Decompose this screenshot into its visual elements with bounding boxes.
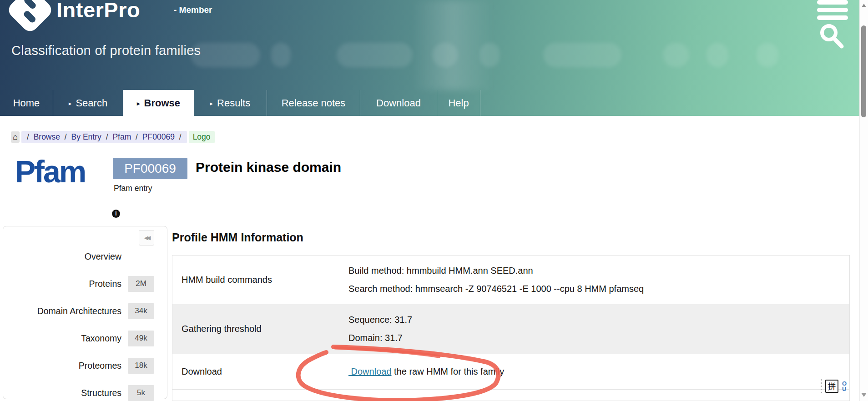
- sidebar-item-label: Proteins: [89, 279, 121, 289]
- scrollbar-down-arrow-icon[interactable]: [861, 393, 867, 397]
- sidebar-collapse-button[interactable]: ◀◀: [139, 230, 154, 246]
- hmm-info-table: HMM build commands Build method: hmmbuil…: [172, 255, 850, 401]
- nav-tab-help[interactable]: Help: [437, 90, 480, 116]
- sidebar-item-label: Proteomes: [79, 361, 121, 371]
- nav-tab-label: Browse: [144, 97, 180, 109]
- value-line: Build method: hmmbuild HMM.ann SEED.ann: [348, 266, 849, 276]
- nav-tab-release-notes[interactable]: Release notes: [267, 90, 360, 116]
- breadcrumb-group: / Browse / By Entry / Pfam / PF00069 /: [21, 131, 187, 143]
- header-decoration-pill: [191, 43, 260, 67]
- count-badge: 49k: [128, 331, 154, 346]
- sidebar-item-domain-architectures[interactable]: Domain Architectures 34k: [10, 303, 154, 319]
- ime-status-widget[interactable]: 拼 O U: [821, 379, 847, 393]
- breadcrumb-separator: /: [104, 132, 111, 141]
- sidebar-item-proteins[interactable]: Proteins 2M: [10, 276, 154, 292]
- sidebar-item-structures[interactable]: Structures 5k: [10, 385, 154, 401]
- breadcrumb-separator: /: [62, 132, 69, 141]
- breadcrumb-current-logo[interactable]: Logo: [189, 131, 215, 143]
- scrollbar-up-arrow-icon[interactable]: [862, 4, 866, 7]
- row-value: Download the raw HMM for this family: [348, 354, 849, 389]
- count-badge: 18k: [128, 358, 154, 374]
- download-hmm-link[interactable]: Download: [348, 366, 392, 376]
- sidebar-item-label: Structures: [81, 388, 121, 398]
- header-decoration-pill: [757, 43, 778, 67]
- info-icon[interactable]: i: [112, 210, 120, 218]
- sidebar-item-proteomes[interactable]: Proteomes 18k: [10, 357, 154, 374]
- sidebar-list: Overview Proteins 2M Domain Architecture…: [10, 248, 154, 401]
- site-title-suffix: - Member: [174, 5, 212, 15]
- table-row-build-commands: HMM build commands Build method: hmmbuil…: [172, 256, 849, 304]
- sidebar: ◀◀ Overview Proteins 2M Domain Architect…: [3, 226, 167, 399]
- nav-tab-label: Search: [76, 97, 107, 109]
- site-tagline: Classification of protein families: [11, 43, 201, 58]
- header-decoration-pill: [432, 43, 458, 67]
- table-row-download: Download Download the raw HMM for this f…: [172, 354, 849, 390]
- nav-tab-results[interactable]: ▸Results: [194, 90, 267, 116]
- download-link-suffix: the raw HMM for this family: [392, 366, 505, 376]
- sidebar-item-label: Taxonomy: [81, 333, 121, 344]
- pfam-logo: Pfam: [15, 154, 85, 189]
- logo-link-bar: [23, 0, 37, 10]
- section-title: Profile HMM Information: [172, 231, 303, 244]
- breadcrumb-separator: /: [25, 132, 31, 141]
- home-icon[interactable]: ⌂: [11, 131, 20, 143]
- header-decoration-pill: [663, 43, 689, 67]
- count-badge: 2M: [128, 276, 154, 292]
- row-value: Sequence: 31.7 Domain: 31.7: [348, 304, 849, 354]
- value-line: Search method: hmmsearch -Z 90746521 -E …: [348, 284, 849, 294]
- ime-pinyin-indicator[interactable]: 拼: [825, 380, 838, 393]
- sidebar-item-label: Domain Architectures: [37, 306, 121, 316]
- breadcrumb-link-accession[interactable]: PF00069: [142, 132, 175, 141]
- count-badge: 34k: [128, 303, 154, 319]
- collapse-icon: ◀◀: [144, 235, 149, 241]
- accession-badge: PF00069: [113, 158, 187, 179]
- header-decoration-pill: [707, 43, 728, 67]
- row-label: Gathering threshold: [172, 304, 348, 354]
- site-title[interactable]: InterPro: [56, 0, 140, 22]
- ime-mode-icons[interactable]: O U: [842, 381, 847, 392]
- interpro-page: InterPro - Member Classification of prot…: [0, 0, 868, 401]
- dropdown-arrow-icon: ▸: [210, 100, 213, 106]
- breadcrumb-separator: /: [133, 132, 140, 141]
- row-value: Build method: hmmbuild HMM.ann SEED.ann …: [348, 256, 849, 304]
- count-badge: 5k: [128, 385, 154, 401]
- header-decoration-pill: [271, 43, 291, 67]
- nav-tab-label: Download: [376, 97, 421, 109]
- sidebar-item-taxonomy[interactable]: Taxonomy 49k: [10, 330, 154, 346]
- nav-tab-browse[interactable]: ▸Browse: [123, 90, 194, 116]
- ime-drag-handle[interactable]: [821, 379, 822, 393]
- value-line: Sequence: 31.7: [348, 315, 849, 325]
- nav-tab-label: Help: [448, 97, 469, 109]
- dropdown-arrow-icon: ▸: [69, 100, 72, 106]
- logo-link-bar: [23, 10, 37, 24]
- page-title: Protein kinase domain: [196, 160, 341, 175]
- nav-tab-search[interactable]: ▸Search: [53, 90, 123, 116]
- ime-mode-icon: U: [842, 386, 847, 392]
- nav-tab-home[interactable]: Home: [0, 90, 53, 116]
- entry-type-label: Pfam entry: [114, 184, 152, 193]
- row-label: HMM build commands: [172, 256, 348, 304]
- breadcrumb-link-by-entry[interactable]: By Entry: [71, 132, 101, 141]
- nav-tab-download[interactable]: Download: [360, 90, 437, 116]
- header-decoration-pill: [543, 43, 621, 67]
- header-decoration-pill: [480, 43, 500, 67]
- breadcrumb-link-pfam[interactable]: Pfam: [112, 132, 131, 141]
- breadcrumb-separator: /: [177, 132, 184, 141]
- nav-tab-label: Results: [217, 97, 250, 109]
- value-line: Download the raw HMM for this family: [348, 366, 849, 377]
- interpro-logo-icon[interactable]: [5, 0, 54, 35]
- sidebar-item-overview[interactable]: Overview: [10, 248, 154, 265]
- nav-tab-label: Release notes: [282, 97, 346, 109]
- main-nav: Home ▸Search ▸Browse ▸Results Release no…: [0, 90, 860, 116]
- breadcrumb: ⌂ / Browse / By Entry / Pfam / PF00069 /…: [11, 131, 215, 143]
- scrollbar-thumb[interactable]: [861, 25, 866, 117]
- breadcrumb-link-browse[interactable]: Browse: [34, 132, 60, 141]
- row-label: Download: [172, 354, 348, 389]
- menu-hamburger-icon[interactable]: [817, 0, 848, 23]
- header-decoration-pill: [337, 43, 413, 67]
- nav-tab-label: Home: [13, 97, 40, 109]
- dropdown-arrow-icon: ▸: [137, 100, 140, 106]
- sidebar-item-label: Overview: [85, 251, 121, 262]
- search-icon[interactable]: [818, 22, 846, 50]
- table-row-gathering-threshold: Gathering threshold Sequence: 31.7 Domai…: [172, 304, 849, 354]
